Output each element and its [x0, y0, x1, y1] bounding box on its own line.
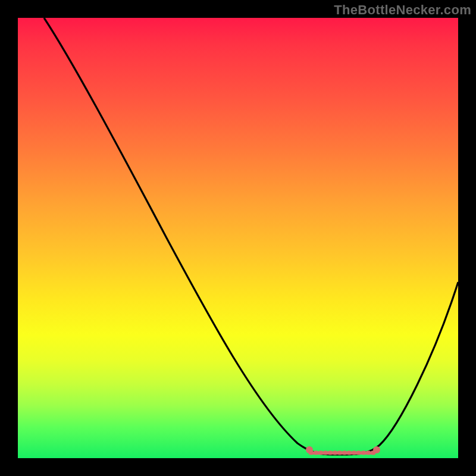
curve-layer [18, 18, 458, 458]
highlight-dot-left [306, 446, 313, 453]
attribution-text: TheBottleNecker.com [334, 2, 471, 18]
plot-area [18, 18, 458, 458]
chart-wrapper: TheBottleNecker.com [0, 0, 476, 476]
bottleneck-curve [44, 18, 458, 455]
highlight-segment [306, 446, 380, 453]
highlight-dot-right [373, 446, 380, 453]
